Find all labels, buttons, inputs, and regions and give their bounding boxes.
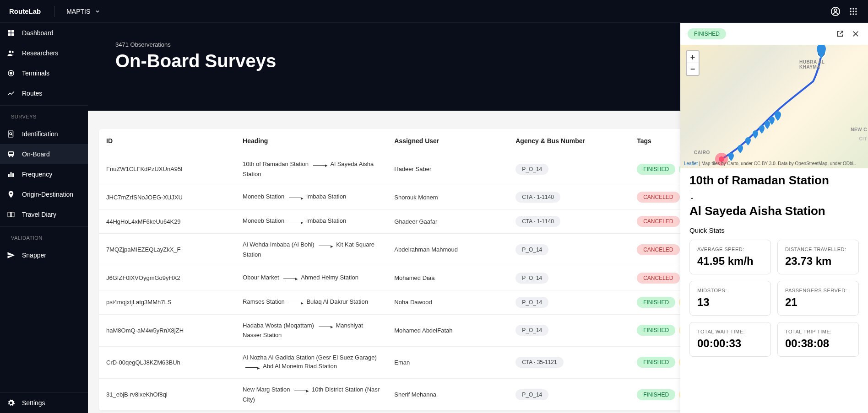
col-assigned[interactable]: Assigned User bbox=[387, 129, 508, 153]
tag-canceled: CANCELED bbox=[637, 273, 679, 284]
svg-rect-26 bbox=[8, 174, 10, 177]
tag-finished: FINISHED bbox=[637, 389, 675, 400]
sidebar-item-od[interactable]: Origin-Destination bbox=[0, 184, 88, 204]
arrow-icon: ▸ bbox=[245, 364, 260, 372]
divider bbox=[54, 6, 55, 17]
stat-card: MIDSTOPS:13 bbox=[689, 281, 771, 316]
account-icon[interactable] bbox=[830, 6, 841, 17]
cell-user: Sherif Mehanna bbox=[387, 379, 508, 411]
project-selector[interactable]: MAPTIS bbox=[66, 8, 100, 15]
section-surveys: SURVEYS bbox=[0, 107, 88, 124]
svg-point-10 bbox=[855, 13, 857, 15]
sidebar-label: Identification bbox=[22, 130, 58, 138]
stat-value: 00:38:08 bbox=[785, 337, 851, 350]
cell-id: 31_ebjB-rv8ixeKhOf8qi bbox=[99, 379, 235, 411]
sidebar-item-frequency[interactable]: Frequency bbox=[0, 164, 88, 184]
svg-rect-13 bbox=[8, 33, 11, 36]
agency-pill: P_O_14 bbox=[515, 325, 548, 336]
map-zoom-control: + − bbox=[686, 50, 700, 76]
stat-key: AVERAGE SPEED: bbox=[697, 247, 763, 252]
down-arrow-icon: ↓ bbox=[689, 190, 859, 202]
project-name: MAPTIS bbox=[66, 8, 90, 15]
apps-icon[interactable] bbox=[848, 6, 859, 17]
cell-heading: Al Nozha Al Gadida Station (Gesr El Suez… bbox=[235, 346, 387, 378]
stat-card: AVERAGE SPEED:41.95 km/h bbox=[689, 240, 771, 274]
cell-user: Shorouk Monem bbox=[387, 185, 508, 209]
sidebar-item-researchers[interactable]: Researchers bbox=[0, 43, 88, 63]
open-external-icon[interactable] bbox=[835, 29, 845, 39]
map-label-cit: CIT bbox=[859, 136, 867, 141]
stat-key: MIDSTOPS: bbox=[697, 288, 763, 293]
send-icon bbox=[6, 251, 16, 259]
map-attribution: Leaflet | Map tiles by Carto, under CC B… bbox=[680, 159, 868, 168]
cell-id: J6GfZF0lXVOygmGo9yHX2 bbox=[99, 266, 235, 290]
location-icon bbox=[6, 190, 16, 198]
cell-id: CrD-00qegQLJ8KZM63BUh bbox=[99, 346, 235, 378]
leaflet-link[interactable]: Leaflet bbox=[684, 161, 698, 166]
svg-point-4 bbox=[855, 8, 857, 9]
stat-value: 41.95 km/h bbox=[697, 255, 763, 268]
col-id[interactable]: ID bbox=[99, 129, 235, 153]
zoom-in-button[interactable]: + bbox=[687, 51, 699, 63]
sidebar-item-onboard[interactable]: On-Board bbox=[0, 144, 88, 164]
detail-status-badge: FINISHED bbox=[688, 28, 726, 39]
cell-user: Abdelrahman Mahmoud bbox=[387, 234, 508, 266]
arrow-icon: ▸ bbox=[289, 219, 304, 226]
svg-rect-28 bbox=[12, 173, 14, 177]
stat-card: TOTAL TRIP TIME:00:38:08 bbox=[777, 322, 859, 357]
tag-canceled: CANCELED bbox=[637, 192, 679, 203]
cell-agency: CTA · 1-1140 bbox=[508, 209, 629, 234]
stat-card: TOTAL WAIT TIME:00:00:33 bbox=[689, 322, 771, 357]
sidebar-item-identification[interactable]: Identification bbox=[0, 124, 88, 144]
gear-icon bbox=[6, 399, 16, 407]
agency-pill: CTA · 35-1121 bbox=[515, 357, 564, 368]
cell-user: Eman bbox=[387, 346, 508, 378]
svg-point-16 bbox=[12, 51, 14, 53]
svg-point-18 bbox=[10, 72, 12, 75]
close-icon[interactable] bbox=[851, 29, 861, 39]
map[interactable]: + − CAIRO HUBRA AL KHAYMA NEW C CIT bbox=[680, 45, 868, 168]
svg-rect-11 bbox=[8, 30, 11, 32]
cell-agency: CTA · 1-1140 bbox=[508, 185, 629, 209]
cell-id: JHC7mZrfSNoJOEG-XUJXU bbox=[99, 185, 235, 209]
timeline-icon bbox=[6, 89, 16, 97]
sidebar-item-terminals[interactable]: Terminals bbox=[0, 63, 88, 83]
cell-agency: P_O_14 bbox=[508, 290, 629, 314]
svg-point-1 bbox=[834, 9, 837, 11]
sidebar: Dashboard Researchers Terminals Routes S… bbox=[0, 23, 88, 413]
zoom-out-button[interactable]: − bbox=[687, 63, 699, 75]
sidebar-item-snapper[interactable]: Snapper bbox=[0, 245, 88, 265]
svg-point-6 bbox=[852, 11, 854, 12]
svg-point-9 bbox=[852, 13, 854, 15]
svg-point-8 bbox=[850, 13, 852, 15]
sidebar-item-traveldiary[interactable]: Travel Diary bbox=[0, 204, 88, 225]
sidebar-item-routes[interactable]: Routes bbox=[0, 83, 88, 103]
cell-user: Hadeer Saber bbox=[387, 153, 508, 185]
quick-stats-heading: Quick Stats bbox=[689, 226, 859, 234]
map-label-cairo: CAIRO bbox=[694, 150, 710, 155]
agency-pill: P_O_14 bbox=[515, 244, 548, 255]
sidebar-label: Routes bbox=[22, 90, 42, 97]
arrow-icon: ▸ bbox=[313, 161, 328, 169]
book-icon bbox=[6, 210, 16, 219]
arrow-icon: ▸ bbox=[289, 299, 304, 307]
arrow-icon: ▸ bbox=[319, 242, 333, 250]
sidebar-item-settings[interactable]: Settings bbox=[0, 393, 88, 413]
cell-heading: Hadaba Wosta (Moqattam) ▸Manshiyat Nasse… bbox=[235, 314, 387, 346]
sidebar-label: Settings bbox=[22, 399, 45, 407]
observations-count: 3471 Observerations bbox=[115, 41, 276, 48]
cell-id: 7MQZjpaMIEZEQLayZkX_F bbox=[99, 234, 235, 266]
cell-agency: P_O_14 bbox=[508, 234, 629, 266]
sidebar-label: Terminals bbox=[22, 70, 49, 77]
agency-pill: P_O_14 bbox=[515, 273, 548, 284]
detail-panel: FINISHED + − bbox=[680, 23, 868, 413]
sidebar-label: On-Board bbox=[22, 150, 50, 158]
cell-agency: P_O_14 bbox=[508, 266, 629, 290]
brand: RouteLab bbox=[9, 7, 41, 15]
sidebar-item-dashboard[interactable]: Dashboard bbox=[0, 23, 88, 43]
col-agency[interactable]: Agency & Bus Number bbox=[508, 129, 629, 153]
col-heading[interactable]: Heading bbox=[235, 129, 387, 153]
svg-rect-25 bbox=[9, 152, 13, 154]
people-icon bbox=[6, 49, 16, 57]
arrow-icon: ▸ bbox=[294, 387, 309, 395]
